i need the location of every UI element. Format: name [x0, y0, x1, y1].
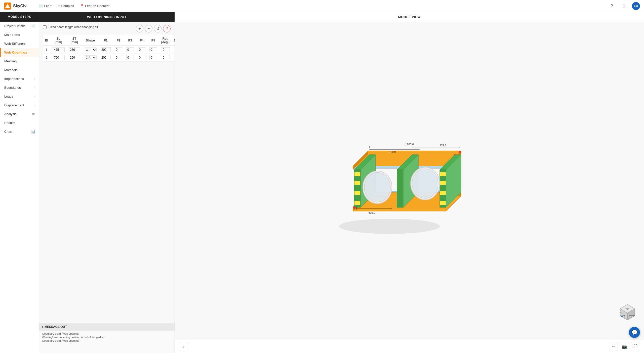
cell-p3[interactable] [124, 46, 136, 54]
help-button[interactable]: ? [608, 2, 616, 10]
nav-cube-svg: TOP LEFT FRONT Y Z [618, 303, 636, 321]
fixed-beam-length-checkbox[interactable] [43, 25, 47, 29]
cell-shape[interactable]: CIR REC [82, 54, 99, 62]
table-row: 1 CIR REC ✕ [43, 46, 175, 54]
cell-delete[interactable]: ✕ [172, 54, 175, 62]
svg-text:Y: Y [620, 310, 621, 312]
sidebar-item-imperfections[interactable]: Imperfections › [0, 74, 39, 83]
cell-p4[interactable] [136, 54, 147, 62]
menu-item-samples[interactable]: ⊞ Samples [55, 3, 76, 9]
back-button[interactable]: ‹ [179, 342, 188, 351]
boundaries-chevron-icon: › [34, 86, 35, 89]
cell-p5[interactable] [147, 46, 159, 54]
svg-point-38 [353, 206, 355, 209]
cell-p4[interactable] [136, 46, 147, 54]
cell-p1[interactable] [99, 54, 113, 62]
svg-rect-31 [440, 201, 446, 205]
edit-view-button[interactable]: ✏ [609, 342, 618, 351]
cell-delete[interactable]: ✕ [172, 46, 175, 54]
message-panel: › MESSAGE OUT Geometry build: Web openin… [39, 323, 175, 353]
user-avatar[interactable]: EU [632, 2, 640, 10]
chat-bubble[interactable]: 💬 [629, 327, 640, 338]
analysis-icon: 🖩 [32, 112, 35, 116]
expand-button[interactable]: ⛶ [631, 342, 640, 351]
cell-rot[interactable] [159, 46, 172, 54]
menu-item-feature-request[interactable]: 📍 Feature Request [77, 3, 112, 9]
cell-p3[interactable] [124, 54, 136, 62]
nav-cube[interactable]: TOP LEFT FRONT Y Z [618, 303, 636, 322]
app-logo[interactable]: SkyCiv [4, 3, 26, 10]
help-button-table[interactable]: ? [163, 25, 171, 32]
svg-point-39 [459, 151, 461, 153]
cell-st[interactable] [67, 54, 82, 62]
loads-chevron-icon: › [34, 95, 35, 98]
fixed-beam-length-label: Fixed beam length while changing SL [49, 25, 99, 29]
add-row-button[interactable]: + [136, 25, 143, 32]
svg-text:750.0: 750.0 [389, 151, 396, 153]
skyciv-logo-icon [4, 3, 11, 10]
cell-p5[interactable] [147, 54, 159, 62]
cell-p2[interactable] [113, 54, 124, 62]
sidebar-item-analysis[interactable]: Analysis 🖩 [0, 110, 39, 118]
sidebar-item-meshing[interactable]: Meshing [0, 57, 39, 66]
meshing-label: Meshing [4, 59, 17, 63]
model-view-header: MODEL VIEW [175, 12, 644, 22]
sidebar-item-boundaries[interactable]: Boundaries › [0, 83, 39, 92]
file-icon: 📄 [39, 4, 43, 8]
displacement-chevron-icon: › [34, 104, 35, 107]
svg-rect-20 [354, 172, 360, 176]
sidebar-item-loads[interactable]: Loads › [0, 92, 39, 101]
col-id: ID [43, 35, 50, 46]
sidebar-item-web-stiffeners[interactable]: Web Stiffeners [0, 39, 39, 48]
sidebar-item-project-details[interactable]: Project Details 📄 [0, 22, 39, 30]
svg-text:475.0: 475.0 [440, 144, 446, 147]
col-st: ST[mm] [67, 35, 82, 46]
sidebar-item-web-openings[interactable]: Web Openings [0, 48, 39, 57]
panel-body: Fixed beam length while changing SL + − … [39, 22, 175, 323]
feature-request-icon: 📍 [80, 4, 84, 8]
panel-header: WEB OPENINGS INPUT [39, 12, 175, 22]
sidebar-header: MODEL STEPS [0, 12, 39, 22]
apps-button[interactable]: ⊞ [620, 2, 628, 10]
col-rot: Rot.[deg.] [159, 35, 172, 46]
cell-p2[interactable] [113, 46, 124, 54]
message-header[interactable]: › MESSAGE OUT [39, 323, 175, 331]
project-details-icon: 📄 [31, 24, 35, 28]
menu-item-file[interactable]: 📄 File ▾ [36, 3, 54, 9]
samples-icon: ⊞ [58, 4, 60, 8]
cell-st[interactable] [67, 46, 82, 54]
sidebar-item-displacement[interactable]: Displacement › [0, 101, 39, 110]
col-shape: Shape [82, 35, 99, 46]
shape-select[interactable]: CIR REC [84, 48, 97, 52]
web-openings-label: Web Openings [4, 51, 27, 54]
file-label: File [44, 4, 49, 8]
cell-sl[interactable] [50, 54, 67, 62]
col-delete: Delete [172, 35, 175, 46]
cell-sl[interactable] [50, 46, 67, 54]
camera-button[interactable]: 📷 [620, 342, 629, 351]
model-footer-left: ‹ [179, 342, 188, 351]
sidebar-item-results[interactable]: Results [0, 118, 39, 127]
main-parts-label: Main Parts [4, 33, 20, 37]
shape-select[interactable]: CIR REC [84, 55, 97, 60]
sidebar-item-chart[interactable]: Chart 📊 [0, 127, 39, 136]
displacement-label: Displacement [4, 103, 24, 107]
cell-p1[interactable] [99, 46, 113, 54]
chat-icon: 💬 [631, 329, 638, 335]
col-p5: P5 [147, 35, 159, 46]
message-line: Geometry build: Web opening. [42, 339, 172, 342]
samples-label: Samples [61, 4, 74, 8]
reset-button[interactable]: ↺ [154, 25, 162, 32]
sidebar-item-main-parts[interactable]: Main Parts [0, 30, 39, 39]
svg-text:475.0: 475.0 [368, 211, 375, 214]
remove-row-button[interactable]: − [145, 25, 152, 32]
boundaries-label: Boundaries [4, 86, 21, 90]
chart-icon: 📊 [31, 130, 35, 134]
sidebar-item-materials[interactable]: Materials [0, 66, 39, 74]
top-menu: 📄 File ▾ ⊞ Samples 📍 Feature Request [36, 3, 112, 9]
center-panel: WEB OPENINGS INPUT Fixed beam length whi… [39, 12, 175, 353]
cell-shape[interactable]: CIR REC [82, 46, 99, 54]
top-nav-right: ? ⊞ EU [608, 2, 640, 10]
cell-rot[interactable] [159, 54, 172, 62]
app-name: SkyCiv [13, 4, 26, 8]
